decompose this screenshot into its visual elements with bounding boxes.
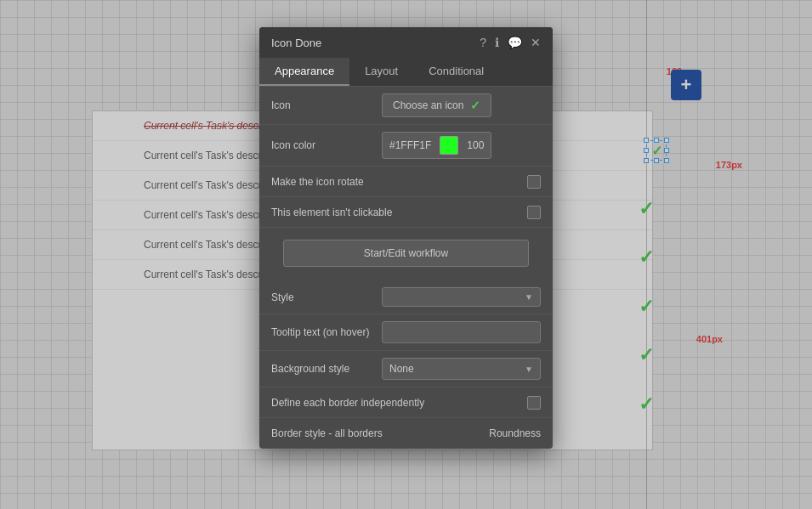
icon-control: Choose an icon ✓ <box>382 93 541 117</box>
tab-conditional[interactable]: Conditional <box>413 58 499 86</box>
not-clickable-checkbox[interactable] <box>527 206 541 219</box>
color-swatch[interactable] <box>440 136 458 155</box>
tab-layout[interactable]: Layout <box>349 58 413 86</box>
style-row: Style ▼ <box>259 280 553 314</box>
style-control: ▼ <box>382 287 541 307</box>
modal-title: Icon Done <box>271 37 321 49</box>
bg-style-label: Background style <box>271 363 382 375</box>
tooltip-control <box>382 321 541 343</box>
icon-row: Icon Choose an icon ✓ <box>259 87 553 125</box>
tooltip-label: Tooltip text (on hover) <box>271 326 382 338</box>
modal-content: Icon Choose an icon ✓ Icon color #1FFF1F… <box>259 87 553 449</box>
bg-style-control: None ▼ <box>382 358 541 380</box>
border-style-label: Border style - all borders <box>271 427 489 439</box>
not-clickable-label: This element isn't clickable <box>271 206 527 218</box>
tooltip-input[interactable] <box>382 321 541 343</box>
icon-color-label: Icon color <box>271 139 382 151</box>
bg-style-dropdown[interactable]: None ▼ <box>382 358 541 380</box>
modal-header: Icon Done ? ℹ 💬 ✕ <box>259 27 553 58</box>
icon-label: Icon <box>271 99 382 111</box>
info-icon[interactable]: ℹ <box>495 36 499 49</box>
not-clickable-row: This element isn't clickable <box>259 197 553 228</box>
border-style-row: Border style - all borders Roundness <box>259 418 553 449</box>
tab-appearance[interactable]: Appearance <box>259 58 349 86</box>
modal-tabs: Appearance Layout Conditional <box>259 58 553 87</box>
icon-color-control: #1FFF1F 100 <box>382 132 541 159</box>
border-independent-row: Define each border independently <box>259 387 553 418</box>
make-rotate-row: Make the icon rotate <box>259 167 553 197</box>
make-rotate-label: Make the icon rotate <box>271 176 527 188</box>
modal-header-icons: ? ℹ 💬 ✕ <box>480 36 541 49</box>
border-independent-checkbox[interactable] <box>527 396 541 410</box>
icon-color-row: Icon color #1FFF1F 100 <box>259 125 553 167</box>
modal-dialog: Icon Done ? ℹ 💬 ✕ Appearance Layout Cond… <box>259 27 553 449</box>
tooltip-row: Tooltip text (on hover) <box>259 314 553 351</box>
icon-checkmark: ✓ <box>470 99 480 112</box>
style-label: Style <box>271 291 382 303</box>
help-icon[interactable]: ? <box>480 36 486 49</box>
choose-icon-button[interactable]: Choose an icon ✓ <box>382 93 491 117</box>
bg-dropdown-arrow: ▼ <box>525 365 533 374</box>
make-rotate-checkbox[interactable] <box>527 175 541 189</box>
workflow-section: Start/Edit workflow <box>259 228 553 280</box>
comment-icon[interactable]: 💬 <box>508 36 522 49</box>
border-independent-label: Define each border independently <box>271 397 527 409</box>
bg-style-row: Background style None ▼ <box>259 351 553 387</box>
border-roundness-value: Roundness <box>489 427 541 439</box>
close-icon[interactable]: ✕ <box>531 36 541 49</box>
style-dropdown[interactable]: ▼ <box>382 287 541 307</box>
workflow-button[interactable]: Start/Edit workflow <box>283 240 529 267</box>
style-dropdown-arrow: ▼ <box>525 292 533 302</box>
color-value-box[interactable]: #1FFF1F 100 <box>382 132 491 159</box>
